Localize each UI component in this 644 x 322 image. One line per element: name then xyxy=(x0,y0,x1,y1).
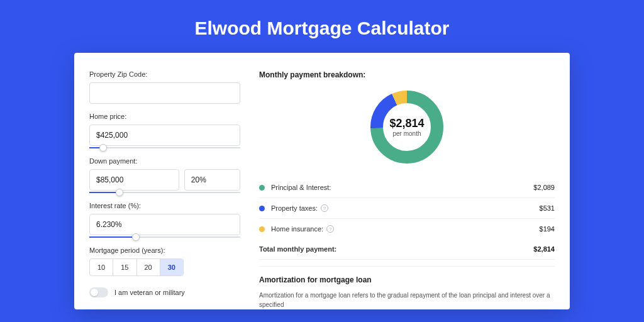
legend-dot xyxy=(259,185,265,191)
breakdown-title: Monthly payment breakdown: xyxy=(259,70,555,79)
breakdown-item-label: Home insurance: ? xyxy=(271,225,334,233)
veteran-label: I am veteran or military xyxy=(114,289,185,296)
breakdown-item-label: Property taxes: ? xyxy=(271,204,328,212)
rate-slider[interactable] xyxy=(89,236,240,238)
zip-field: Property Zip Code: xyxy=(89,70,240,104)
calculator-card: Property Zip Code: Home price: Down paym… xyxy=(74,53,570,309)
period-option-15[interactable]: 15 xyxy=(113,259,136,275)
legend-dot xyxy=(259,206,265,211)
price-slider[interactable] xyxy=(89,147,240,148)
zip-label: Property Zip Code: xyxy=(89,70,240,78)
price-field: Home price: xyxy=(89,113,240,148)
price-input[interactable] xyxy=(89,125,240,146)
breakdown-item-value: $531 xyxy=(540,204,555,212)
period-option-30[interactable]: 30 xyxy=(160,259,183,275)
breakdown-item-value: $194 xyxy=(540,225,555,233)
breakdown-item-value: $2,089 xyxy=(533,184,555,191)
zip-input[interactable] xyxy=(89,82,240,104)
rate-label: Interest rate (%): xyxy=(89,202,240,209)
price-label: Home price: xyxy=(89,113,240,120)
breakdown-line: Home insurance: ?$194 xyxy=(259,219,555,239)
veteran-row: I am veteran or military xyxy=(89,287,240,297)
down-amount-input[interactable] xyxy=(89,169,179,191)
breakdown-item-label: Principal & Interest: xyxy=(271,184,331,191)
period-field: Mortgage period (years): 10152030 xyxy=(89,247,240,276)
amortization-section: Amortization for mortgage loan Amortizat… xyxy=(259,266,555,309)
input-panel: Property Zip Code: Home price: Down paym… xyxy=(89,70,240,309)
period-option-20[interactable]: 20 xyxy=(137,259,160,275)
breakdown-lines: Principal & Interest:$2,089Property taxe… xyxy=(259,177,555,239)
down-label: Down payment: xyxy=(89,157,240,165)
donut-chart: $2,814 per month xyxy=(259,88,555,166)
down-slider[interactable] xyxy=(89,192,240,193)
info-icon[interactable]: ? xyxy=(326,225,334,233)
breakdown-line: Property taxes: ?$531 xyxy=(259,198,555,219)
period-label: Mortgage period (years): xyxy=(89,247,240,254)
amortization-title: Amortization for mortgage loan xyxy=(259,275,555,284)
donut-unit: per month xyxy=(392,130,421,137)
period-option-10[interactable]: 10 xyxy=(90,259,113,275)
legend-dot xyxy=(259,226,265,232)
amortization-text: Amortization for a mortgage loan refers … xyxy=(259,291,555,309)
breakdown-line: Principal & Interest:$2,089 xyxy=(259,177,555,198)
period-group: 10152030 xyxy=(89,258,184,276)
toggle-knob xyxy=(91,289,98,296)
page-title: Elwood Mortgage Calculator xyxy=(0,0,644,53)
down-field: Down payment: xyxy=(89,157,240,193)
down-percent-input[interactable] xyxy=(184,169,240,191)
total-label: Total monthly payment: xyxy=(259,245,336,253)
total-value: $2,814 xyxy=(533,245,555,253)
rate-field: Interest rate (%): xyxy=(89,202,240,238)
rate-input[interactable] xyxy=(89,214,240,235)
donut-amount: $2,814 xyxy=(389,117,424,130)
total-line: Total monthly payment: $2,814 xyxy=(259,239,555,260)
veteran-toggle[interactable] xyxy=(89,287,108,297)
breakdown-panel: Monthly payment breakdown: $2,814 per mo… xyxy=(259,70,555,309)
info-icon[interactable]: ? xyxy=(321,204,328,212)
